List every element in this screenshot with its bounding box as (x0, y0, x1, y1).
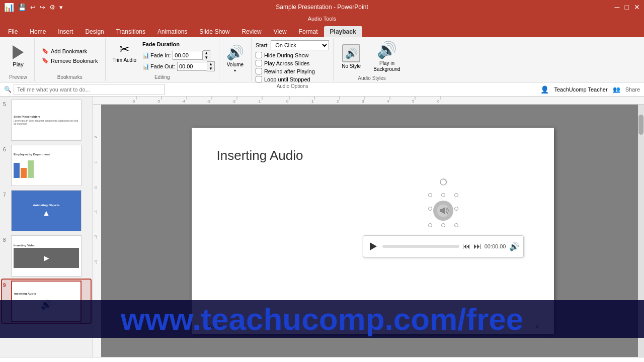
add-bookmark-button[interactable]: 🔖 Add Bookmark (39, 47, 101, 55)
volume-button[interactable]: 🔊 Volume ▾ (223, 42, 247, 75)
more-button[interactable]: ▾ (58, 3, 64, 12)
remove-bookmark-button[interactable]: 🔖 Remove Bookmark (39, 56, 101, 65)
volume-group-content: 🔊 Volume ▾ (223, 38, 247, 79)
preview-group-label: Preview (6, 73, 30, 81)
fade-out-stepper-buttons: ▲ ▼ (207, 61, 215, 71)
handle-bottom-left[interactable] (428, 223, 432, 227)
fade-out-increment[interactable]: ▲ (207, 62, 214, 66)
handle-top-middle[interactable] (441, 193, 445, 197)
share-button[interactable]: Share (625, 86, 640, 93)
hide-during-show-row: Hide During Show (256, 52, 329, 58)
slide-canvas[interactable]: Inserting Audio (101, 105, 644, 357)
slide-img-8: Inserting Video ▶ (11, 235, 82, 277)
ribbon-group-audio-options: Start: On Click Automatically When Click… (252, 38, 334, 81)
notes-bar[interactable]: Click to add notes (0, 357, 644, 362)
play-preview-button[interactable]: Play (6, 42, 30, 69)
save-button[interactable]: 💾 (17, 3, 27, 12)
rotate-handle[interactable] (439, 178, 447, 188)
slide-panel: 5 Slide Placeholders Lorem ipsum dolor s… (0, 97, 93, 357)
fade-out-decrement[interactable]: ▼ (207, 66, 214, 71)
handle-bottom-right[interactable] (454, 223, 458, 227)
close-button[interactable]: ✕ (634, 3, 640, 11)
player-volume-button[interactable]: 🔊 (509, 242, 519, 251)
fade-out-input[interactable] (177, 62, 207, 71)
play-in-background-button[interactable]: 🔊 Play in Background (368, 38, 406, 74)
handle-middle-left[interactable] (428, 207, 432, 211)
svg-rect-37 (440, 209, 442, 212)
ribbon: Play Preview 🔖 Add Bookmark 🔖 Remove Boo… (0, 37, 644, 82)
no-style-icon: 🔊 (342, 44, 360, 62)
svg-text:2: 2 (94, 136, 98, 138)
slide-content-7: Animating Objects ▲ (12, 191, 81, 231)
slide-content-8: Inserting Video ▶ (12, 242, 81, 270)
player-play-button[interactable] (367, 240, 379, 252)
tab-review[interactable]: Review (235, 26, 267, 37)
slide-thumb-9[interactable]: 9 Inserting Audio 🔊 (2, 280, 91, 323)
slide-thumb-7[interactable]: 7 Animating Objects ▲ (2, 189, 91, 232)
slide-thumb-8[interactable]: 8 Inserting Video ▶ (2, 234, 91, 278)
tab-view[interactable]: View (268, 26, 293, 37)
player-forward-button[interactable]: ⏭ (473, 242, 481, 251)
audio-element[interactable]: ⏮ ⏭ 00:00.00 🔊 (363, 188, 524, 257)
no-style-button[interactable]: 🔊 No Style (338, 42, 365, 71)
audio-tools-label: Audio Tools (308, 16, 337, 22)
player-seek-bar[interactable] (382, 245, 459, 248)
svg-text:-2: -2 (94, 235, 98, 239)
tab-format[interactable]: Format (293, 26, 324, 37)
fade-in-input[interactable] (173, 51, 203, 60)
start-select[interactable]: On Click Automatically When Clicked On (271, 40, 329, 50)
slide-thumb-5[interactable]: 5 Slide Placeholders Lorem ipsum dolor s… (2, 99, 91, 142)
redo-button[interactable]: ↪ (39, 3, 46, 12)
audio-options-content: Start: On Click Automatically When Click… (256, 38, 329, 82)
tab-transitions[interactable]: Transitions (110, 26, 151, 37)
trim-audio-button[interactable]: ✂ Trim Audio (110, 40, 139, 65)
loop-until-stopped-row: Loop until Stopped (256, 76, 329, 82)
tab-playback[interactable]: Playback (324, 26, 362, 37)
loop-until-stopped-checkbox[interactable] (256, 76, 262, 82)
audio-icon-area (423, 188, 463, 233)
slide-thumb-6[interactable]: 6 Employee by Department (2, 144, 91, 187)
rewind-after-playing-label: Rewind after Playing (264, 68, 315, 74)
minimize-button[interactable]: ─ (615, 3, 620, 11)
hide-during-show-checkbox[interactable] (256, 52, 262, 58)
fade-in-increment[interactable]: ▲ (203, 51, 210, 55)
tab-home[interactable]: Home (24, 26, 52, 37)
window-title: Sample Presentation - PowerPoint (276, 4, 368, 11)
fade-in-decrement[interactable]: ▼ (203, 55, 210, 60)
audio-player: ⏮ ⏭ 00:00.00 🔊 (363, 235, 524, 257)
svg-text:4: 4 (387, 99, 389, 104)
remove-bookmark-icon: 🔖 (42, 57, 49, 64)
play-across-slides-checkbox[interactable] (256, 60, 262, 66)
tab-insert[interactable]: Insert (52, 26, 79, 37)
ribbon-group-preview: Play Preview (2, 38, 35, 81)
volume-icon: 🔊 (226, 44, 244, 61)
trim-label: Trim Audio (113, 57, 136, 63)
search-input[interactable] (14, 84, 165, 95)
play-label: Play (13, 61, 23, 67)
audio-options-section: Start: On Click Automatically When Click… (256, 38, 329, 82)
search-icon: 🔍 (4, 86, 12, 93)
scroll-bar-vertical[interactable] (638, 105, 644, 357)
rewind-after-playing-checkbox[interactable] (256, 68, 262, 74)
restore-button[interactable]: □ (625, 3, 629, 11)
tab-animations[interactable]: Animations (151, 26, 193, 37)
handle-bottom-middle[interactable] (441, 223, 445, 227)
main-area: 5 Slide Placeholders Lorem ipsum dolor s… (0, 97, 644, 357)
scroll-thumb[interactable] (638, 115, 643, 135)
player-rewind-button[interactable]: ⏮ (462, 242, 470, 251)
handle-top-left[interactable] (428, 193, 432, 197)
handle-middle-right[interactable] (454, 207, 458, 211)
handle-top-right[interactable] (454, 193, 458, 197)
tab-design[interactable]: Design (79, 26, 110, 37)
start-label: Start: (256, 42, 269, 48)
play-background-label: Play in Background (372, 60, 402, 72)
tab-slide-show[interactable]: Slide Show (193, 26, 235, 37)
fade-in-row: 📊 Fade In: ▲ ▼ (142, 50, 215, 60)
customize-button[interactable]: ⚙ (48, 3, 56, 12)
slide-main-content: Inserting Audio (192, 128, 554, 334)
tab-file[interactable]: File (2, 26, 24, 37)
undo-button[interactable]: ↩ (29, 3, 37, 12)
svg-text:1: 1 (311, 99, 314, 104)
audio-styles-group-label: Audio Styles (338, 74, 406, 82)
fade-duration-label: Fade Duration (142, 41, 215, 47)
